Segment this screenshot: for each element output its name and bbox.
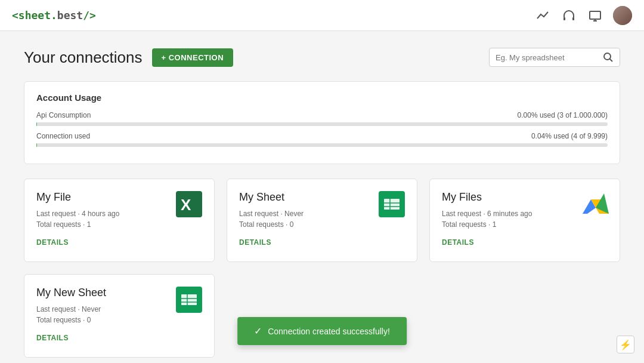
card-last-request: Last request · 4 hours ago — [36, 210, 119, 218]
lightning-icon: ⚡ — [620, 339, 631, 350]
svg-rect-19 — [181, 294, 197, 305]
connection-card-my-new-sheet: My New Sheet Last request · Never Total … — [24, 274, 215, 358]
topnav: <sheet.best/> — [0, 0, 644, 31]
card-total-requests: Total requests · 1 — [36, 220, 119, 229]
usage-row-api: Api Consumption 0.00% used (3 of 1.000.0… — [36, 111, 608, 126]
card-last-request: Last request · Never — [239, 210, 304, 218]
usage-bar-connection-bg — [36, 143, 608, 147]
card-top: My New Sheet Last request · Never Total … — [36, 287, 202, 327]
svg-rect-10 — [384, 199, 400, 210]
card-top: My File Last request · 4 hours ago Total… — [36, 191, 202, 231]
add-connection-button[interactable]: + CONNECTION — [152, 48, 234, 67]
card-top: My Files Last request · 6 minutes ago To… — [442, 191, 608, 231]
usage-row-connection: Connection used 0.04% used (4 of 9.999) — [36, 132, 608, 147]
main-content: Your connections + CONNECTION Account Us… — [0, 31, 644, 363]
svg-rect-2 — [590, 11, 600, 19]
tv-icon[interactable] — [587, 7, 603, 24]
toast-message: Connection created successfully! — [268, 327, 390, 336]
headphone-icon[interactable] — [561, 7, 577, 24]
sheets-icon — [379, 191, 405, 217]
details-link-my-file[interactable]: DETAILS — [36, 238, 69, 247]
svg-line-6 — [610, 59, 613, 62]
svg-rect-1 — [572, 17, 574, 20]
card-top: My Sheet Last request · Never Total requ… — [239, 191, 405, 231]
details-link-my-sheet[interactable]: DETAILS — [239, 238, 271, 247]
toast-check-icon: ✓ — [254, 325, 262, 337]
svg-point-5 — [604, 53, 611, 60]
connection-card-my-file: My File Last request · 4 hours ago Total… — [24, 179, 215, 262]
success-toast: ✓ Connection created successfully! — [237, 317, 407, 345]
usage-label-api: Api Consumption — [36, 111, 91, 119]
card-name: My Files — [442, 191, 532, 204]
search-box — [489, 48, 620, 67]
trend-icon[interactable] — [534, 7, 551, 24]
avatar[interactable] — [613, 6, 632, 25]
usage-bar-api-bg — [36, 122, 608, 126]
usage-label-connection: Connection used — [36, 132, 90, 140]
drive-icon — [581, 191, 608, 217]
card-name: My File — [36, 191, 119, 204]
card-total-requests: Total requests · 0 — [36, 316, 106, 324]
card-total-requests: Total requests · 1 — [442, 220, 532, 229]
card-total-requests: Total requests · 0 — [239, 220, 304, 229]
card-name: My New Sheet — [36, 287, 106, 299]
usage-value-api: 0.00% used (3 of 1.000.000) — [518, 111, 608, 119]
page-header-left: Your connections + CONNECTION — [24, 48, 233, 67]
details-link-my-new-sheet[interactable]: DETAILS — [36, 334, 69, 342]
app-logo: <sheet.best/> — [12, 9, 96, 21]
lightning-button[interactable]: ⚡ — [617, 336, 634, 353]
page-header: Your connections + CONNECTION — [24, 48, 620, 67]
topnav-right — [534, 6, 632, 25]
card-last-request: Last request · Never — [36, 305, 106, 313]
connection-card-my-files: My Files Last request · 6 minutes ago To… — [429, 179, 620, 262]
page-title: Your connections — [24, 48, 143, 67]
excel-icon: X — [176, 191, 202, 217]
sheets-icon-2 — [176, 287, 202, 313]
svg-text:X: X — [181, 196, 191, 214]
usage-value-connection: 0.04% used (4 of 9.999) — [531, 132, 608, 140]
search-input[interactable] — [496, 53, 603, 62]
card-name: My Sheet — [239, 191, 304, 204]
svg-rect-0 — [564, 17, 565, 20]
details-link-my-files[interactable]: DETAILS — [442, 238, 474, 247]
usage-card: Account Usage Api Consumption 0.00% used… — [24, 81, 620, 164]
card-last-request: Last request · 6 minutes ago — [442, 210, 532, 218]
connection-card-my-sheet: My Sheet Last request · Never Total requ… — [227, 179, 417, 262]
usage-card-title: Account Usage — [36, 93, 608, 103]
search-icon[interactable] — [603, 52, 614, 63]
